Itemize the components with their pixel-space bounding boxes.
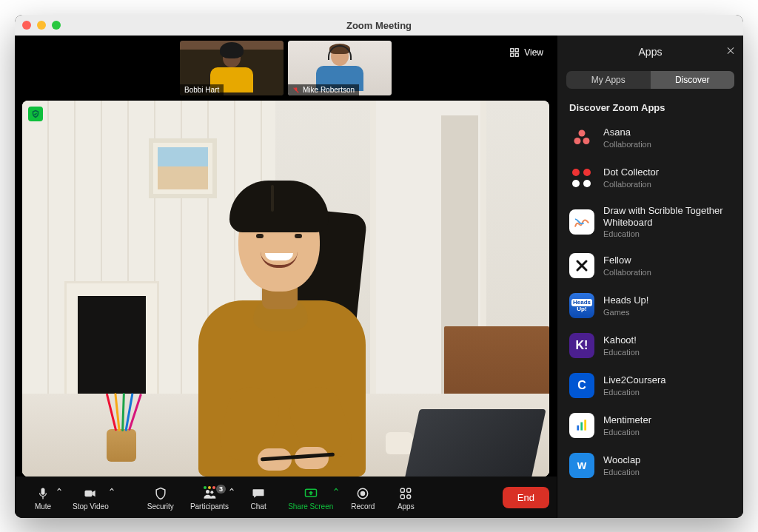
close-window-button[interactable] [22, 21, 31, 30]
app-category: Games [603, 308, 648, 317]
app-list-item[interactable]: Heads Up! Heads Up! Games [557, 286, 743, 326]
app-name: Draw with Scribble Together Whiteboard [603, 205, 731, 228]
app-name: Live2Coursera [603, 374, 666, 386]
apps-panel-subtitle: Discover Zoom Apps [557, 96, 743, 118]
app-list-item[interactable]: K! Kahoot! Education [557, 326, 743, 366]
window-controls [22, 21, 61, 30]
app-icon-kahoot: K! [569, 333, 594, 358]
app-icon-mentimeter [569, 413, 594, 438]
participants-dots-icon [204, 486, 215, 489]
record-button[interactable]: Record [342, 483, 383, 512]
mute-button[interactable]: Mute [22, 483, 64, 512]
app-name: Dot Collector [603, 166, 659, 178]
app-icon-coursera: C [569, 373, 594, 398]
share-options-caret[interactable] [333, 486, 339, 494]
app-category: Collaboration [603, 268, 651, 277]
encryption-badge[interactable] [28, 107, 43, 121]
record-icon [355, 486, 370, 501]
app-category: Education [603, 428, 651, 437]
app-name: Asana [603, 127, 651, 138]
fullscreen-window-button[interactable] [52, 21, 61, 30]
participant-name-tag: Bobbi Hart [180, 84, 224, 95]
video-options-caret[interactable] [109, 486, 115, 494]
shield-icon [153, 486, 168, 501]
chat-icon [251, 486, 266, 501]
zoom-window: Zoom Meeting Bobbi Hart [15, 15, 743, 518]
svg-rect-19 [580, 422, 583, 431]
meeting-area: Bobbi Hart Mike Robertson View [15, 36, 557, 518]
apps-list[interactable]: Asana Collaboration Dot Collector Collab… [557, 118, 743, 518]
participant-thumbnail[interactable]: Bobbi Hart [180, 41, 284, 95]
apps-tabs: My Apps Discover [566, 71, 734, 89]
svg-rect-2 [511, 53, 514, 56]
view-label: View [524, 47, 543, 58]
svg-rect-13 [401, 494, 405, 498]
participants-label: Participants [190, 502, 229, 511]
app-list-item[interactable]: Fellow Collaboration [557, 246, 743, 286]
svg-point-15 [579, 130, 586, 137]
app-name: Heads Up! [603, 294, 648, 306]
end-meeting-button[interactable]: End [503, 487, 549, 508]
tab-discover[interactable]: Discover [651, 71, 735, 89]
participant-name: Bobbi Hart [184, 86, 219, 94]
app-name: Wooclap [603, 454, 640, 466]
svg-point-17 [583, 138, 590, 144]
svg-point-7 [210, 491, 213, 494]
share-screen-icon [303, 486, 318, 501]
titlebar: Zoom Meeting [15, 15, 743, 36]
minimize-window-button[interactable] [37, 21, 46, 30]
mute-options-caret[interactable] [56, 486, 62, 494]
stop-video-label: Stop Video [73, 502, 109, 511]
app-list-item[interactable]: C Live2Coursera Education [557, 366, 743, 405]
participant-name: Mike Robertson [303, 86, 355, 94]
svg-point-16 [574, 138, 581, 144]
close-icon [725, 46, 736, 56]
grid-icon [509, 47, 520, 58]
app-category: Education [603, 229, 731, 238]
active-speaker-video[interactable] [22, 101, 549, 477]
app-list-item[interactable]: Draw with Scribble Together Whiteboard E… [557, 198, 743, 246]
window-title: Zoom Meeting [15, 20, 743, 31]
svg-point-10 [361, 491, 365, 495]
svg-rect-12 [407, 488, 411, 492]
app-list-item[interactable]: Dot Collector Collaboration [557, 158, 743, 198]
video-content [22, 101, 549, 477]
svg-rect-3 [515, 53, 518, 56]
svg-rect-18 [577, 425, 579, 431]
tab-my-apps[interactable]: My Apps [566, 71, 651, 89]
app-category: Education [603, 468, 640, 477]
mute-label: Mute [35, 502, 51, 511]
app-name: Kahoot! [603, 334, 640, 346]
close-panel-button[interactable] [725, 46, 736, 58]
muted-mic-icon [292, 87, 300, 94]
chat-button[interactable]: Chat [238, 483, 279, 512]
app-icon-fellow [569, 253, 594, 278]
apps-button[interactable]: Apps [385, 483, 426, 512]
stop-video-button[interactable]: Stop Video [65, 483, 116, 512]
security-button[interactable]: Security [140, 483, 181, 512]
apps-icon [398, 486, 413, 501]
meeting-toolbar: Mute Stop Video Security 3 Part [15, 477, 557, 518]
view-layout-button[interactable]: View [503, 44, 549, 61]
svg-point-6 [206, 490, 209, 494]
app-name: Fellow [603, 255, 651, 266]
app-icon-wooclap: w [569, 453, 594, 478]
app-icon-asana [569, 125, 594, 150]
apps-label: Apps [398, 502, 415, 511]
participants-button[interactable]: 3 Participants [183, 483, 236, 512]
app-list-item[interactable]: Asana Collaboration [557, 118, 743, 158]
microphone-icon [36, 486, 50, 501]
share-screen-button[interactable]: Share Screen [281, 483, 341, 512]
svg-rect-11 [401, 488, 405, 492]
svg-rect-14 [407, 494, 411, 498]
app-list-item[interactable]: w Wooclap Education [557, 445, 743, 485]
participants-options-caret[interactable] [229, 486, 235, 494]
record-label: Record [351, 502, 375, 511]
svg-rect-5 [85, 490, 93, 496]
app-list-item[interactable]: Mentimeter Education [557, 405, 743, 445]
participant-thumbnail[interactable]: Mike Robertson [288, 41, 392, 95]
video-icon [83, 486, 98, 501]
svg-rect-1 [515, 49, 518, 52]
participants-count: 3 [216, 485, 226, 494]
apps-panel-title: Apps [639, 46, 663, 58]
